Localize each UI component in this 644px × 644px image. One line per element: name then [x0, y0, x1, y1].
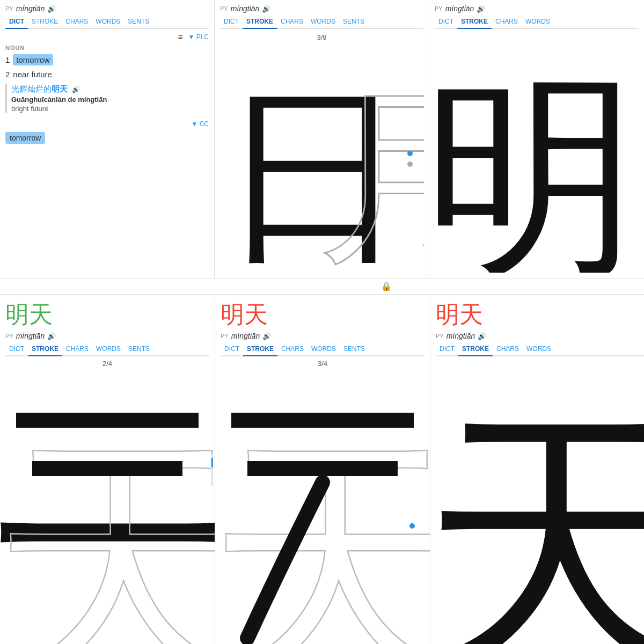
lock-icon[interactable]: 🔒	[381, 281, 392, 291]
dot-blue-1	[407, 151, 413, 156]
stroke-display-2: 日 月	[215, 43, 429, 274]
tab-stroke-b2[interactable]: STROKE	[243, 342, 277, 356]
tab-words[interactable]: WORDS	[92, 15, 124, 28]
audio-icon-2[interactable]: 🔊	[262, 5, 270, 13]
pinyin-line: PY míngtiān 🔊	[5, 4, 209, 13]
svg-text:天: 天	[215, 420, 430, 644]
filter-bar: ≡ ▼ PLC	[0, 31, 214, 42]
tab-sents-2[interactable]: SENTS	[339, 15, 368, 28]
tab-bar-b3: DICT STROKE CHARS WORDS	[436, 342, 644, 356]
char-title-2: 明天	[215, 295, 430, 331]
tian-full-svg: 天	[430, 357, 644, 644]
tab-chars-b3[interactable]: CHARS	[493, 342, 523, 355]
ming-stroke-svg: 日 月	[220, 52, 424, 266]
svg-rect-6	[32, 461, 182, 476]
svg-rect-8	[231, 413, 414, 428]
bold-char: 明天	[52, 84, 68, 93]
tab-bar-b2: DICT STROKE CHARS WORDS SENTS	[221, 342, 425, 356]
def-text-2: near future	[13, 70, 52, 79]
panel-header-2: PY míngtiān 🔊 DICT STROKE CHARS WORDS SE…	[215, 0, 429, 29]
panel-header-b1: PY míngtiān 🔊 DICT STROKE CHARS WORDS SE…	[0, 331, 215, 356]
py-label-2: PY	[220, 5, 228, 12]
tab-sents-b2[interactable]: SENTS	[340, 342, 369, 355]
pinyin-line-b2: PY míngtiān 🔊	[221, 332, 425, 340]
tab-words-b1[interactable]: WORDS	[92, 342, 125, 355]
py-label: PY	[5, 5, 13, 12]
pinyin-text: míngtiān	[16, 4, 45, 13]
tab-dict-b2[interactable]: DICT	[221, 342, 243, 355]
pinyin-line-3: PY míngtiān 🔊	[435, 4, 639, 13]
tab-dict-b3[interactable]: DICT	[436, 342, 458, 355]
tab-chars[interactable]: CHARS	[62, 15, 92, 28]
example-block: 光辉灿烂的明天 🔊 Guānghuīcànlàn de míngtiān bri…	[5, 84, 209, 113]
def-text-highlighted[interactable]: tomorrow	[13, 54, 53, 65]
pinyin-text-b1: míngtiān	[16, 332, 45, 340]
ming-full-svg: 明	[429, 36, 644, 273]
tab-chars-3[interactable]: CHARS	[492, 15, 522, 28]
tab-stroke-b1[interactable]: STROKE	[28, 342, 62, 356]
definition-2: 2 near future	[5, 70, 209, 79]
filter-icon[interactable]: ≡	[178, 32, 183, 41]
svg-rect-9	[247, 461, 398, 476]
tab-chars-2[interactable]: CHARS	[277, 15, 307, 28]
char-title-1: 明天	[0, 295, 215, 331]
tab-chars-b2[interactable]: CHARS	[277, 342, 308, 355]
tab-stroke-3[interactable]: STROKE	[457, 15, 492, 29]
tab-dict-2[interactable]: DICT	[220, 15, 243, 28]
stroke-panel-ming-partial: PY míngtiān 🔊 DICT STROKE CHARS WORDS SE…	[215, 0, 429, 278]
svg-text:天: 天	[430, 392, 644, 645]
char-title-3: 明天	[430, 295, 644, 331]
tab-dict-3[interactable]: DICT	[435, 15, 457, 28]
tab-sents-b1[interactable]: SENTS	[125, 342, 153, 355]
audio-icon[interactable]: 🔊	[47, 5, 56, 13]
tian-stroke-display-1: 一 天	[0, 370, 215, 644]
dot-gray-1	[407, 162, 413, 167]
svg-text:月: 月	[317, 72, 424, 266]
pinyin-text-b2: míngtiān	[231, 332, 260, 340]
tian-panel-2: 明天 PY míngtiān 🔊 DICT STROKE CHARS WORDS…	[215, 295, 430, 644]
panel-header-b3: PY míngtiān 🔊 DICT STROKE CHARS WORDS	[430, 331, 644, 356]
pinyin-line-2: PY míngtiān 🔊	[220, 4, 423, 13]
pinyin-line-b3: PY míngtiān 🔊	[436, 332, 644, 340]
tab-words-b3[interactable]: WORDS	[523, 342, 555, 355]
tian-partial-svg-2: 天	[215, 370, 430, 644]
tab-bar: DICT STROKE CHARS WORDS SENTS	[5, 15, 209, 29]
py-label-3: PY	[435, 5, 443, 12]
plc-button[interactable]: ▼ PLC	[188, 33, 209, 41]
audio-icon-b3[interactable]: 🔊	[478, 332, 486, 340]
stroke-panel-ming-full: PY míngtiān 🔊 DICT STROKE CHARS WORDS 明	[429, 0, 644, 278]
svg-rect-5	[16, 413, 199, 428]
tab-bar-2: DICT STROKE CHARS WORDS SENTS	[220, 15, 423, 29]
stroke-counter-b1: 2/4	[0, 357, 215, 370]
pinyin-line-b1: PY míngtiān 🔊	[5, 332, 209, 340]
tab-chars-b1[interactable]: CHARS	[62, 342, 92, 355]
audio-icon-b1[interactable]: 🔊	[47, 332, 56, 340]
panel-header-b2: PY míngtiān 🔊 DICT STROKE CHARS WORDS SE…	[215, 331, 430, 356]
tomorrow-badge[interactable]: tomorrow	[5, 132, 45, 144]
tab-words-b2[interactable]: WORDS	[308, 342, 340, 355]
tab-dict-b1[interactable]: DICT	[5, 342, 28, 355]
py-label-b3: PY	[436, 333, 444, 339]
cc-button[interactable]: ▼ CC	[191, 120, 209, 128]
pinyin-text-b3: míngtiān	[447, 332, 475, 340]
tab-words-2[interactable]: WORDS	[307, 15, 339, 28]
tab-sents[interactable]: SENTS	[124, 15, 153, 28]
example-audio[interactable]: 🔊	[72, 86, 80, 93]
def-num-2: 2	[5, 70, 10, 79]
tab-stroke-b3[interactable]: STROKE	[458, 342, 493, 356]
scroll-indicator-1[interactable]	[211, 453, 213, 486]
pinyin-example: Guānghuīcànlàn de míngtiān	[11, 96, 209, 104]
pinyin-text-3: míngtiān	[445, 4, 474, 13]
pos-label: NOUN	[5, 45, 209, 51]
tab-stroke-2[interactable]: STROKE	[243, 15, 277, 29]
dot-blue-b2	[409, 523, 415, 529]
audio-icon-b2[interactable]: 🔊	[262, 332, 271, 340]
dict-content: NOUN 1 tomorrow 2 near future 光辉灿烂的明天 🔊 …	[0, 42, 214, 118]
tab-dict[interactable]: DICT	[5, 15, 28, 29]
panel-header: PY míngtiān 🔊 DICT STROKE CHARS WORDS SE…	[0, 0, 214, 29]
pinyin-text-2: míngtiān	[231, 4, 260, 13]
tab-stroke[interactable]: STROKE	[28, 15, 62, 28]
cc-bar: ▼ CC	[0, 118, 214, 130]
tab-words-3[interactable]: WORDS	[522, 15, 554, 28]
audio-icon-3[interactable]: 🔊	[477, 5, 485, 13]
